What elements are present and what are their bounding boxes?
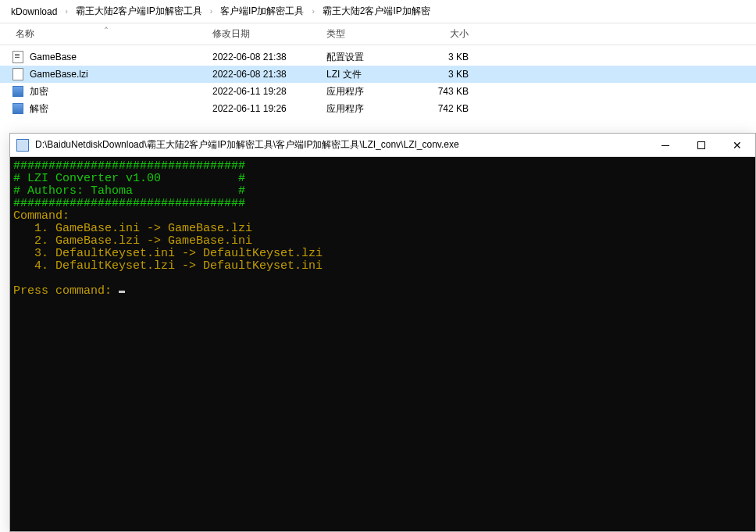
chevron-right-icon: › [308, 7, 317, 16]
column-header-name[interactable]: 名称 ^ [11, 27, 212, 41]
column-header-size[interactable]: 大小 [422, 27, 476, 41]
file-name: 解密 [30, 102, 212, 116]
breadcrumb-item[interactable]: kDownload [6, 0, 62, 23]
console-line: ################################# [13, 197, 245, 210]
file-size: 742 KB [422, 103, 476, 114]
breadcrumb-label: 霸王大陆2客户端IP加解密 [323, 5, 430, 18]
console-prompt: Press command: [13, 284, 119, 298]
chevron-right-icon: › [62, 7, 70, 16]
maximize-icon [697, 141, 705, 149]
exe-file-icon [11, 84, 25, 98]
file-name: 加密 [30, 85, 212, 98]
sort-arrow-icon: ^ [105, 25, 108, 32]
file-size: 3 KB [422, 69, 476, 80]
breadcrumb-label: kDownload [11, 6, 57, 17]
breadcrumb-label: 霸王大陆2客户端IP加解密工具 [76, 5, 202, 18]
minimize-icon [662, 145, 669, 146]
window-controls: ✕ [647, 134, 755, 156]
file-type: 应用程序 [326, 102, 422, 116]
console-line: 2. GameBase.lzi -> GameBase.ini [13, 234, 252, 248]
console-title: D:\BaiduNetdiskDownload\霸王大陆2客户端IP加解密工具\… [35, 138, 647, 152]
file-size: 743 KB [422, 86, 476, 97]
console-line: # Authors: Tahoma # [13, 184, 245, 198]
breadcrumb-item[interactable]: 霸王大陆2客户端IP加解密 [318, 0, 435, 23]
console-titlebar[interactable]: D:\BaiduNetdiskDownload\霸王大陆2客户端IP加解密工具\… [10, 134, 755, 157]
file-type: 配置设置 [326, 51, 422, 64]
file-name: GameBase [30, 52, 212, 62]
file-row[interactable]: 加密2022-06-11 19:28应用程序743 KB [0, 83, 756, 100]
console-line: 1. GameBase.ini -> GameBase.lzi [13, 222, 252, 235]
console-line: Command: [13, 209, 70, 223]
app-icon [16, 139, 29, 152]
file-type: LZI 文件 [326, 68, 422, 81]
maximize-button[interactable] [683, 134, 719, 157]
column-header-type[interactable]: 类型 [326, 27, 422, 41]
file-date: 2022-06-08 21:38 [212, 52, 326, 62]
console-line: 3. DefaultKeyset.ini -> DefaultKeyset.lz… [13, 247, 323, 260]
file-date: 2022-06-11 19:28 [212, 86, 326, 97]
file-list: GameBase2022-06-08 21:38配置设置3 KBGameBase… [0, 45, 756, 127]
close-button[interactable]: ✕ [719, 134, 755, 157]
breadcrumb-item[interactable]: 霸王大陆2客户端IP加解密工具 [71, 0, 207, 23]
file-row[interactable]: 解密2022-06-11 19:26应用程序742 KB [0, 100, 756, 117]
exe-file-icon [11, 102, 25, 116]
ini-file-icon [11, 50, 25, 64]
file-row[interactable]: GameBase2022-06-08 21:38配置设置3 KB [0, 48, 756, 66]
file-row[interactable]: GameBase.lzi2022-06-08 21:38LZI 文件3 KB [0, 66, 756, 83]
file-list-header: 名称 ^ 修改日期 类型 大小 [0, 23, 756, 45]
chevron-right-icon: › [207, 7, 216, 16]
file-size: 3 KB [422, 52, 476, 62]
close-icon: ✕ [733, 140, 742, 151]
breadcrumb-item[interactable]: 客户端IP加解密工具 [216, 0, 308, 23]
cursor [119, 291, 125, 293]
console-window: D:\BaiduNetdiskDownload\霸王大陆2客户端IP加解密工具\… [9, 133, 756, 532]
breadcrumb-label: 客户端IP加解密工具 [220, 5, 304, 18]
lzi-file-icon [11, 67, 25, 81]
file-date: 2022-06-08 21:38 [212, 69, 326, 80]
file-type: 应用程序 [326, 85, 422, 98]
console-line: ################################# [13, 159, 245, 173]
console-line: 4. DefaultKeyset.lzi -> DefaultKeyset.in… [13, 259, 323, 273]
file-name: GameBase.lzi [30, 69, 212, 80]
console-line: # LZI Converter v1.00 # [13, 172, 245, 185]
console-body[interactable]: ################################# # LZI … [10, 157, 755, 531]
column-header-date[interactable]: 修改日期 [212, 27, 326, 41]
breadcrumb: kDownload › 霸王大陆2客户端IP加解密工具 › 客户端IP加解密工具… [0, 0, 756, 23]
minimize-button[interactable] [647, 134, 683, 157]
file-date: 2022-06-11 19:26 [212, 103, 326, 114]
